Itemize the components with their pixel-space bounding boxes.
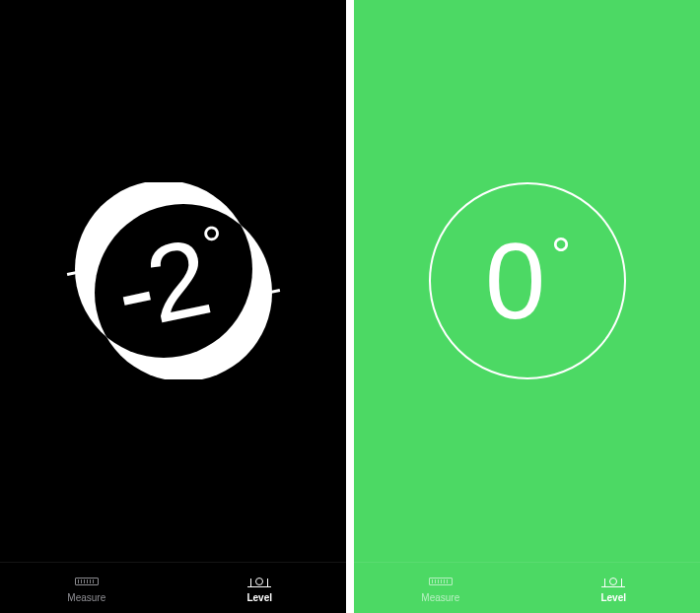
tab-level[interactable]: Level xyxy=(174,563,347,613)
svg-point-5 xyxy=(95,204,272,379)
level-icon xyxy=(246,574,272,589)
tab-bar: Measure Level xyxy=(354,562,700,613)
screen-unlevel: -2° Measure Level xyxy=(0,0,346,613)
bubble-indicator: -2° xyxy=(75,182,272,379)
ruler-icon xyxy=(428,574,454,589)
tab-label: Measure xyxy=(67,592,105,603)
tab-bar: Measure Level xyxy=(0,562,346,613)
tab-label: Measure xyxy=(421,592,459,603)
screenshot-divider xyxy=(346,0,354,613)
screen-level: 0° Measure Level xyxy=(354,0,700,613)
bubble-graphic xyxy=(75,182,272,379)
ruler-icon xyxy=(74,574,100,589)
tab-level[interactable]: Level xyxy=(527,563,701,613)
tab-measure[interactable]: Measure xyxy=(0,563,174,613)
bubble-indicator: 0° xyxy=(429,182,626,379)
level-icon xyxy=(600,574,626,589)
tab-measure[interactable]: Measure xyxy=(354,563,527,613)
tab-label: Level xyxy=(600,592,626,603)
degree-symbol: ° xyxy=(551,231,569,280)
angle-readout: 0° xyxy=(485,227,569,335)
angle-value: 0 xyxy=(485,227,543,335)
tab-label: Level xyxy=(246,592,272,603)
level-surface[interactable]: -2° xyxy=(0,0,346,562)
level-surface[interactable]: 0° xyxy=(354,0,700,562)
